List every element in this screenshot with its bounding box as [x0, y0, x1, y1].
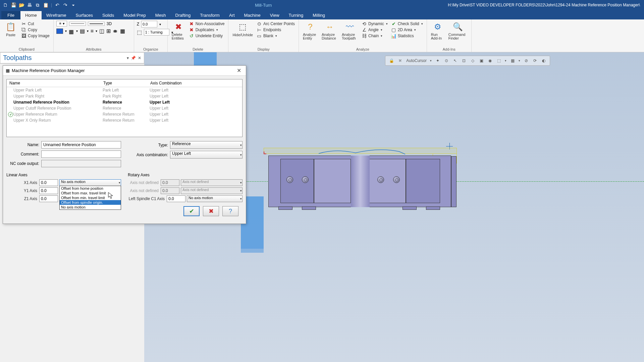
position-list[interactable]: Name Type Axis Combination Upper Park Le…: [6, 79, 243, 137]
command-finder-button[interactable]: 🔍 Command Finder: [447, 21, 469, 41]
list-row[interactable]: Upper Reference ReturnReference ReturnUp…: [7, 111, 242, 117]
sel-icon-10[interactable]: ⊘: [524, 58, 529, 63]
point-style-dropdown[interactable]: ✳ ▾: [56, 21, 67, 26]
sel-icon-8[interactable]: ⬚: [496, 58, 501, 63]
blank-button[interactable]: ▭Blank▾: [256, 33, 296, 39]
paste-button[interactable]: 📋 Paste: [3, 21, 19, 39]
tab-machine[interactable]: Machine: [239, 11, 265, 19]
tab-modelprep[interactable]: Model Prep: [119, 11, 150, 19]
nonassoc-button[interactable]: ✖Non-Associative: [188, 21, 226, 27]
analyze-distance-button[interactable]: ↔ Analyze Distance: [320, 21, 339, 41]
z-input[interactable]: [141, 21, 157, 27]
chain-button[interactable]: ⛓Chain▾: [361, 33, 389, 39]
type-select[interactable]: Reference: [170, 141, 243, 149]
print-icon[interactable]: 🖶: [27, 2, 32, 8]
copy-button[interactable]: ⿻Copy: [20, 27, 51, 33]
ok-button[interactable]: ✔: [183, 206, 200, 216]
dropdown-option[interactable]: Offset from max. travel limit: [60, 191, 121, 195]
list-row[interactable]: Upper Park LeftPark LeftUpper Left: [7, 87, 242, 93]
dropdown-option[interactable]: Offset from min. travel limit: [60, 195, 121, 200]
attr-icon8[interactable]: ▦: [120, 28, 125, 34]
save-icon[interactable]: 💾: [11, 2, 16, 8]
sel-icon-9[interactable]: ▦: [510, 58, 515, 63]
x1-value[interactable]: [39, 179, 58, 186]
dialog-close-button[interactable]: ✕: [235, 67, 243, 74]
sel-icon-7[interactable]: ◉: [487, 58, 493, 63]
cursor-mode-icon[interactable]: ⤱: [397, 58, 403, 63]
panel-pin-icon[interactable]: 📌: [131, 56, 136, 60]
duplicates-button[interactable]: ✖Duplicates▾: [188, 27, 226, 33]
c1-value[interactable]: [167, 195, 185, 202]
plane-select[interactable]: [144, 29, 169, 36]
layer-icon[interactable]: ▦: [69, 28, 74, 34]
tab-home[interactable]: Home: [20, 11, 42, 19]
cut-button[interactable]: ✂Cut: [20, 21, 51, 27]
z1-value[interactable]: [39, 195, 58, 202]
dropdown-option[interactable]: Offset from spindle origin.: [60, 200, 121, 205]
attr-icon4[interactable]: ≡: [91, 28, 94, 34]
arccenter-button[interactable]: ⊙Arc Center Points: [256, 21, 296, 27]
attr-icon6[interactable]: ⊞: [106, 28, 111, 34]
sel-icon-1[interactable]: ✦: [435, 58, 440, 63]
run-addin-button[interactable]: ⚙ Run Add-In: [430, 21, 446, 41]
area-button[interactable]: ▢2D Area▾: [390, 27, 424, 33]
hide-unhide-button[interactable]: ⬚ Hide/Unhide: [231, 21, 254, 39]
color-swatch[interactable]: [56, 28, 63, 34]
tab-view[interactable]: View: [265, 11, 284, 19]
level-icon[interactable]: ▤: [80, 28, 85, 34]
sel-icon-11[interactable]: ⟳: [532, 58, 538, 63]
combo-select[interactable]: Upper Left: [170, 151, 243, 159]
c1-select[interactable]: No axis motion: [187, 195, 243, 202]
sel-icon-3[interactable]: ↖: [452, 58, 458, 63]
list-row[interactable]: Upper Cutoff Reference PositionReference…: [7, 105, 242, 111]
angle-button[interactable]: ∠Angle▾: [361, 27, 389, 33]
comment-input[interactable]: [41, 150, 121, 158]
endpoints-button[interactable]: ⊢Endpoints: [256, 27, 296, 33]
panel-close-icon[interactable]: ✕: [138, 56, 141, 60]
sel-icon-5[interactable]: ◇: [470, 58, 475, 63]
open-icon[interactable]: 📂: [19, 2, 24, 8]
new-file-icon[interactable]: 🗋: [3, 2, 8, 8]
list-row[interactable]: Upper Park RightPark RightUpper Left: [7, 93, 242, 99]
sel-icon-2[interactable]: ⊙: [444, 58, 449, 63]
panel-menu-icon[interactable]: ▾: [127, 56, 129, 60]
copyimage-button[interactable]: 🖼Copy Image: [20, 33, 51, 39]
dropdown-option[interactable]: No axis motion: [60, 205, 121, 209]
name-input[interactable]: [41, 141, 121, 148]
list-row[interactable]: Unnamed Reference PositionReferenceUpper…: [7, 99, 242, 105]
undo-icon[interactable]: ↶: [55, 2, 60, 8]
undelete-button[interactable]: ↺Undelete Entity: [188, 33, 226, 39]
attr-icon7[interactable]: ⩩: [113, 28, 118, 34]
qat-more-icon[interactable]: ⏷: [71, 2, 76, 8]
dynamic-button[interactable]: ⟲Dynamic▾: [361, 21, 389, 27]
x1-select[interactable]: No axis motion: [59, 179, 121, 186]
redo-icon[interactable]: ↷: [63, 2, 68, 8]
tab-surfaces[interactable]: Surfaces: [71, 11, 98, 19]
line-style-dropdown[interactable]: [69, 22, 86, 26]
attr-icon5[interactable]: ◫: [99, 28, 104, 34]
sel-icon-12[interactable]: ◐: [541, 58, 546, 63]
clipboard-small-icon[interactable]: 📋: [43, 2, 48, 8]
tab-turning[interactable]: Turning: [284, 11, 308, 19]
analyze-toolpath-button[interactable]: 〰 Analyze Toolpath: [340, 21, 359, 41]
checksolid-button[interactable]: ✔Check Solid▾: [390, 21, 424, 27]
cancel-button[interactable]: ✖: [203, 206, 219, 216]
tab-file[interactable]: File: [1, 11, 20, 19]
tab-drafting[interactable]: Drafting: [171, 11, 196, 19]
tab-mesh[interactable]: Mesh: [151, 11, 171, 19]
dialog-title-bar[interactable]: ▦Machine Reference Position Manager ✕: [3, 66, 246, 76]
list-row[interactable]: Upper X Only ReturnReference ReturnUpper…: [7, 117, 242, 123]
lock-icon[interactable]: 🔒: [389, 58, 394, 63]
tab-transform[interactable]: Transform: [195, 11, 224, 19]
delete-entities-button[interactable]: ✖ Delete Entities: [170, 21, 186, 41]
screenshot-icon[interactable]: ⧉: [35, 2, 40, 8]
tab-milling[interactable]: Milling: [308, 11, 330, 19]
tab-art[interactable]: Art: [224, 11, 239, 19]
plane-icon[interactable]: ⬚: [137, 29, 142, 36]
analyze-entity-button[interactable]: ? Analyze Entity: [302, 21, 319, 41]
line-width-dropdown[interactable]: [88, 22, 105, 26]
y1-value[interactable]: [39, 187, 58, 194]
dropdown-option[interactable]: Offset from home position: [60, 186, 121, 191]
tab-solids[interactable]: Solids: [98, 11, 119, 19]
help-button[interactable]: ?: [222, 206, 238, 216]
